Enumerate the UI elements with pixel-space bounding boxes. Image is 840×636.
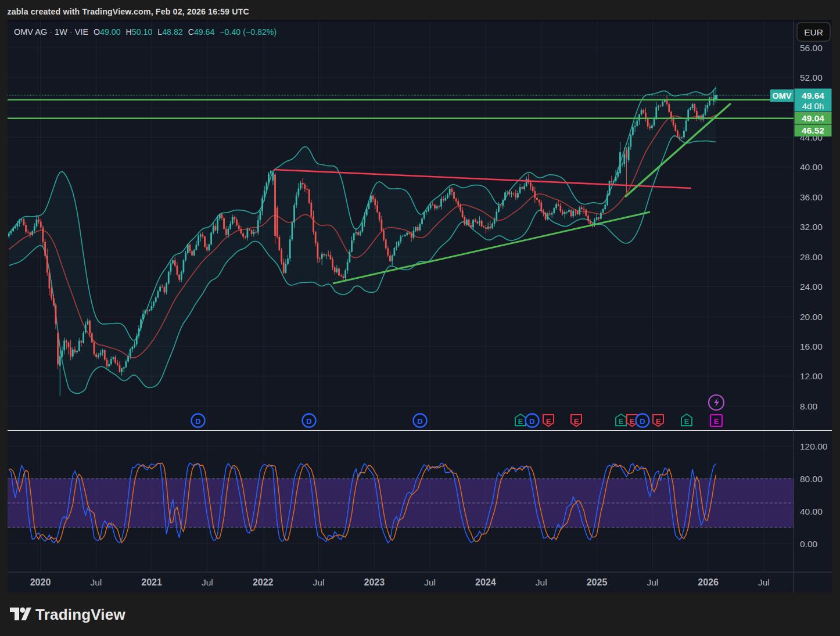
svg-text:D: D — [306, 417, 311, 426]
svg-text:OMV AG · 1W · VIE O49.00 H50.1: OMV AG · 1W · VIE O49.00 H50.10 L48.82 C… — [14, 27, 277, 37]
svg-text:2026: 2026 — [698, 577, 719, 587]
svg-text:E: E — [546, 417, 551, 426]
svg-text:56.00: 56.00 — [800, 43, 823, 53]
svg-text:zabla created with TradingView: zabla created with TradingView.com, Feb … — [8, 7, 249, 16]
svg-text:24.00: 24.00 — [800, 282, 823, 292]
svg-text:49.04: 49.04 — [802, 113, 824, 123]
svg-text:40.00: 40.00 — [800, 506, 823, 516]
svg-text:32.00: 32.00 — [800, 222, 823, 232]
svg-text:4d 0h: 4d 0h — [802, 101, 824, 111]
svg-text:20.00: 20.00 — [800, 312, 823, 322]
svg-text:2025: 2025 — [587, 577, 608, 587]
svg-text:120.00: 120.00 — [800, 441, 828, 451]
svg-text:2022: 2022 — [253, 577, 274, 587]
svg-text:40.00: 40.00 — [800, 162, 823, 172]
svg-text:52.00: 52.00 — [800, 73, 823, 82]
svg-text:D: D — [640, 417, 645, 426]
svg-text:49.64: 49.64 — [802, 91, 824, 100]
svg-text:Jul: Jul — [536, 577, 547, 587]
svg-text:Jul: Jul — [202, 577, 213, 587]
svg-text:2024: 2024 — [475, 577, 496, 587]
svg-text:36.00: 36.00 — [800, 192, 823, 202]
svg-text:D: D — [529, 417, 534, 426]
svg-text:E: E — [574, 417, 579, 426]
svg-text:0.00: 0.00 — [800, 539, 818, 549]
svg-text:E: E — [518, 417, 523, 426]
svg-text:EUR: EUR — [804, 27, 823, 37]
svg-text:Jul: Jul — [313, 577, 325, 587]
svg-text:D: D — [417, 417, 422, 426]
svg-text:2021: 2021 — [141, 577, 162, 587]
svg-text:8.00: 8.00 — [800, 401, 818, 411]
svg-text:Jul: Jul — [90, 577, 102, 587]
svg-text:E: E — [630, 417, 635, 426]
svg-text:16.00: 16.00 — [800, 342, 823, 351]
svg-text:12.00: 12.00 — [800, 371, 823, 381]
svg-text:Jul: Jul — [647, 577, 658, 587]
svg-text:E: E — [656, 417, 661, 426]
svg-text:Jul: Jul — [424, 577, 436, 587]
svg-text:TradingView: TradingView — [35, 606, 125, 623]
svg-text:46.52: 46.52 — [802, 125, 824, 135]
svg-text:28.00: 28.00 — [800, 252, 823, 262]
svg-text:E: E — [684, 417, 690, 426]
svg-text:2023: 2023 — [364, 577, 385, 587]
svg-text:OMV: OMV — [772, 91, 791, 100]
svg-text:2020: 2020 — [30, 577, 51, 587]
svg-text:E: E — [619, 417, 624, 426]
svg-text:D: D — [195, 417, 200, 426]
svg-text:Jul: Jul — [758, 577, 770, 587]
svg-text:80.00: 80.00 — [800, 474, 823, 484]
svg-text:E: E — [714, 417, 719, 426]
